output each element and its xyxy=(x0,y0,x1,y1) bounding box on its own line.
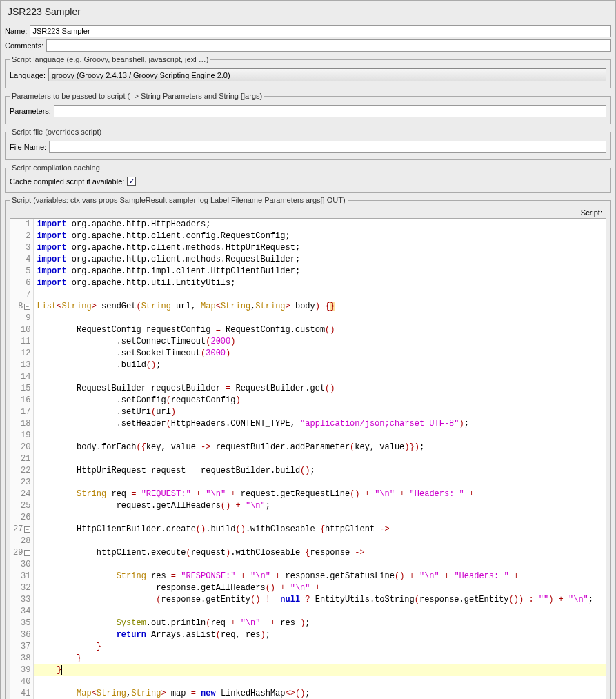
page-title: JSR223 Sampler xyxy=(5,3,611,23)
code-area[interactable]: import org.apache.http.HttpHeaders;impor… xyxy=(34,219,606,699)
code-editor[interactable]: 12345678 −910111213141516171819202122232… xyxy=(10,218,606,699)
language-label: Language: xyxy=(10,71,46,79)
cache-checkbox[interactable]: ✓ xyxy=(127,177,136,186)
sampler-panel: JSR223 Sampler Name: Comments: Script la… xyxy=(0,0,616,699)
cache-legend: Script compilation caching xyxy=(10,164,102,172)
script-file-group: Script file (overrides script) File Name… xyxy=(5,128,611,160)
code-gutter: 12345678 −910111213141516171819202122232… xyxy=(10,219,34,699)
language-dropdown[interactable]: groovy (Groovy 2.4.13 / Groovy Scripting… xyxy=(48,68,606,81)
comments-label: Comments: xyxy=(5,41,43,50)
parameters-legend: Parameters to be passed to script (=> St… xyxy=(10,92,264,100)
comments-row: Comments: xyxy=(5,39,611,52)
name-row: Name: xyxy=(5,25,611,37)
fold-icon[interactable]: − xyxy=(24,304,30,310)
name-label: Name: xyxy=(5,27,27,35)
script-label: Script: xyxy=(10,207,606,218)
script-group: Script (variables: ctx vars props Sample… xyxy=(5,196,611,699)
parameters-label: Parameters: xyxy=(10,107,51,115)
parameters-group: Parameters to be passed to script (=> St… xyxy=(5,92,611,124)
file-name-label: File Name: xyxy=(10,143,46,151)
script-language-group: Script language (e.g. Groovy, beanshell,… xyxy=(5,55,611,88)
script-language-legend: Script language (e.g. Groovy, beanshell,… xyxy=(10,55,210,63)
cache-group: Script compilation caching Cache compile… xyxy=(5,164,611,193)
parameters-input[interactable] xyxy=(54,105,606,117)
fold-icon[interactable]: − xyxy=(24,550,30,556)
script-legend: Script (variables: ctx vars props Sample… xyxy=(10,196,348,204)
script-file-legend: Script file (overrides script) xyxy=(10,128,103,136)
cache-label: Cache compiled script if available: xyxy=(10,177,124,186)
comments-input[interactable] xyxy=(46,39,611,52)
fold-icon[interactable]: − xyxy=(24,526,30,533)
file-name-input[interactable] xyxy=(49,141,606,153)
name-input[interactable] xyxy=(30,25,611,37)
